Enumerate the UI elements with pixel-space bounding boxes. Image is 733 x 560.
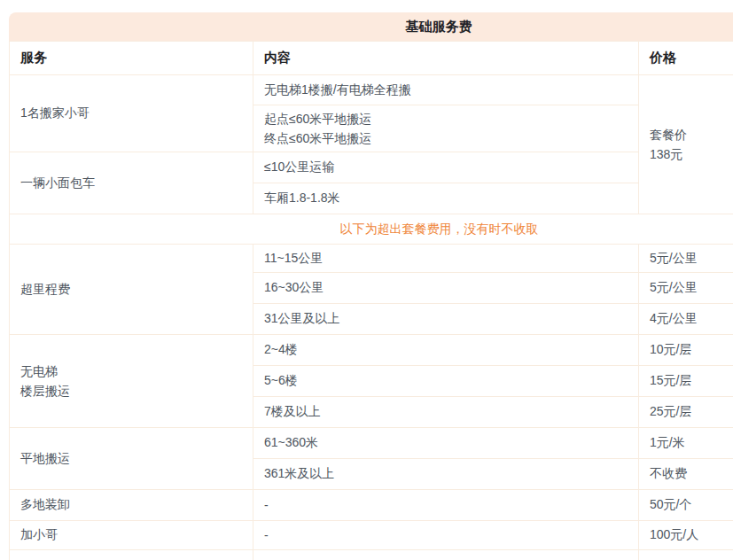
service-cell-flat-carry: 平地搬运 — [10, 428, 253, 490]
price-cell: 4元/公里 — [639, 304, 733, 335]
price-cell-empty — [639, 550, 733, 560]
price-cell: 5元/公里 — [639, 245, 733, 273]
table-row: 一辆小面包车 ≤10公里运输 — [10, 152, 733, 183]
content-cell: - — [253, 490, 639, 521]
content-cell: 361米及以上 — [253, 459, 639, 490]
content-cell: 2~4楼 — [253, 335, 639, 366]
pricing-table: 服务 内容 价格 1名搬家小哥 无电梯1楼搬/有电梯全程搬 套餐价 138元 起… — [9, 41, 733, 560]
table-row: 加小哥 - 100元/人 — [10, 521, 733, 550]
card-title: 基础服务费 — [9, 12, 733, 41]
table-row: 平地搬运 61~360米 1元/米 — [10, 428, 733, 459]
table-row: 多地装卸 - 50元/个 — [10, 490, 733, 521]
content-cell: - — [253, 521, 639, 550]
note-text: 以下为超出套餐费用，没有时不收取 — [10, 214, 733, 245]
price-cell: 25元/层 — [639, 397, 733, 428]
table-row-partial — [10, 550, 733, 560]
content-cell: 61~360米 — [253, 428, 639, 459]
note-row: 以下为超出套餐费用，没有时不收取 — [10, 214, 733, 245]
table-header-row: 服务 内容 价格 — [10, 42, 733, 75]
content-cell: ≤10公里运输 — [253, 152, 639, 183]
service-cell-van: 一辆小面包车 — [10, 152, 253, 214]
price-cell: 15元/层 — [639, 366, 733, 397]
table-row: 无电梯 楼层搬运 2~4楼 10元/层 — [10, 335, 733, 366]
content-cell: 车厢1.8-1.8米 — [253, 183, 639, 214]
price-cell-package: 套餐价 138元 — [639, 75, 733, 214]
price-cell: 10元/层 — [639, 335, 733, 366]
service-cell-stairs: 无电梯 楼层搬运 — [10, 335, 253, 428]
column-header-service: 服务 — [10, 42, 253, 75]
content-cell: 31公里及以上 — [253, 304, 639, 335]
price-cell: 1元/米 — [639, 428, 733, 459]
service-cell-multi-stop: 多地装卸 — [10, 490, 253, 521]
price-cell: 100元/人 — [639, 521, 733, 550]
price-cell: 50元/个 — [639, 490, 733, 521]
content-cell: 7楼及以上 — [253, 397, 639, 428]
table-row: 1名搬家小哥 无电梯1楼搬/有电梯全程搬 套餐价 138元 — [10, 75, 733, 105]
content-cell-empty — [253, 550, 639, 560]
table-row: 超里程费 11~15公里 5元/公里 — [10, 245, 733, 273]
column-header-price: 价格 — [639, 42, 733, 75]
price-cell: 不收费 — [639, 459, 733, 490]
price-cell: 5元/公里 — [639, 273, 733, 304]
content-cell: 5~6楼 — [253, 366, 639, 397]
service-cell-add-mover: 加小哥 — [10, 521, 253, 550]
service-cell-empty — [10, 550, 253, 560]
pricing-card: 基础服务费 服务 内容 价格 1名搬家小哥 无电梯1楼搬/有电梯全程搬 套餐价 … — [9, 12, 733, 560]
content-cell: 16~30公里 — [253, 273, 639, 304]
column-header-content: 内容 — [253, 42, 639, 75]
service-cell-mover: 1名搬家小哥 — [10, 75, 253, 152]
service-cell-extra-mileage: 超里程费 — [10, 245, 253, 335]
content-cell: 起点≤60米平地搬运 终点≤60米平地搬运 — [253, 105, 639, 152]
content-cell: 11~15公里 — [253, 245, 639, 273]
content-cell: 无电梯1楼搬/有电梯全程搬 — [253, 75, 639, 105]
